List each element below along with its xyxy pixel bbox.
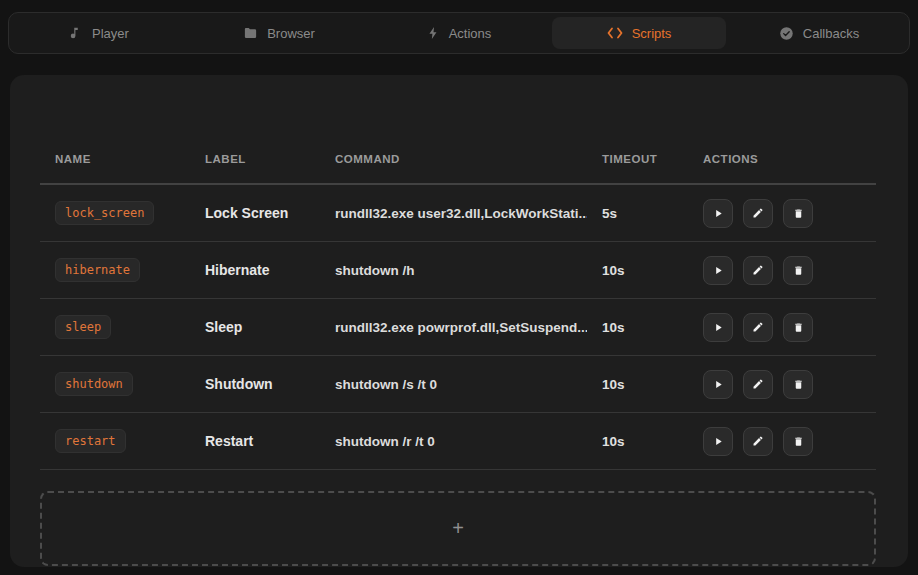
script-timeout: 10s xyxy=(587,434,688,449)
plus-icon: + xyxy=(452,517,464,540)
script-name-badge: restart xyxy=(55,429,126,453)
table-header-row: NAME LABEL COMMAND TIMEOUT ACTIONS xyxy=(40,135,876,185)
script-timeout: 10s xyxy=(587,320,688,335)
delete-script-button[interactable] xyxy=(783,427,813,456)
folder-icon xyxy=(243,26,258,41)
top-tab-bar: Player Browser Actions Scripts Callbacks xyxy=(8,12,910,54)
pencil-icon xyxy=(752,321,764,333)
tab-label: Callbacks xyxy=(803,26,859,41)
edit-script-button[interactable] xyxy=(743,199,773,228)
column-header-label: LABEL xyxy=(190,153,320,165)
play-icon xyxy=(713,322,724,333)
script-name-badge: sleep xyxy=(55,315,111,339)
script-timeout: 10s xyxy=(587,377,688,392)
trash-icon xyxy=(793,435,804,448)
script-command: shutdown /h xyxy=(320,263,587,278)
pencil-icon xyxy=(752,378,764,390)
run-script-button[interactable] xyxy=(703,199,733,228)
run-script-button[interactable] xyxy=(703,313,733,342)
table-row: sleep Sleep rundll32.exe powrprof.dll,Se… xyxy=(40,299,876,356)
column-header-timeout: TIMEOUT xyxy=(587,153,688,165)
pencil-icon xyxy=(752,207,764,219)
play-icon xyxy=(713,436,724,447)
tab-scripts[interactable]: Scripts xyxy=(552,17,726,49)
edit-script-button[interactable] xyxy=(743,256,773,285)
edit-script-button[interactable] xyxy=(743,313,773,342)
script-command: rundll32.exe powrprof.dll,SetSuspend... xyxy=(320,320,587,335)
play-icon xyxy=(713,265,724,276)
table-row: restart Restart shutdown /r /t 0 10s xyxy=(40,413,876,470)
script-label: Lock Screen xyxy=(190,205,320,221)
delete-script-button[interactable] xyxy=(783,313,813,342)
tab-label: Player xyxy=(92,26,129,41)
scripts-table: NAME LABEL COMMAND TIMEOUT ACTIONS lock_… xyxy=(40,135,876,470)
delete-script-button[interactable] xyxy=(783,256,813,285)
column-header-command: COMMAND xyxy=(320,153,587,165)
pencil-icon xyxy=(752,435,764,447)
script-label: Restart xyxy=(190,433,320,449)
table-row: shutdown Shutdown shutdown /s /t 0 10s xyxy=(40,356,876,413)
delete-script-button[interactable] xyxy=(783,199,813,228)
run-script-button[interactable] xyxy=(703,427,733,456)
bolt-icon xyxy=(427,26,440,40)
script-label: Shutdown xyxy=(190,376,320,392)
column-header-name: NAME xyxy=(40,153,190,165)
music-note-icon xyxy=(69,26,83,40)
run-script-button[interactable] xyxy=(703,370,733,399)
pencil-icon xyxy=(752,264,764,276)
table-body: lock_screen Lock Screen rundll32.exe use… xyxy=(40,185,876,470)
tab-label: Actions xyxy=(449,26,492,41)
scripts-panel: NAME LABEL COMMAND TIMEOUT ACTIONS lock_… xyxy=(10,75,908,567)
edit-script-button[interactable] xyxy=(743,370,773,399)
delete-script-button[interactable] xyxy=(783,370,813,399)
tab-label: Browser xyxy=(267,26,315,41)
tab-label: Scripts xyxy=(632,26,672,41)
edit-script-button[interactable] xyxy=(743,427,773,456)
trash-icon xyxy=(793,207,804,220)
tab-callbacks[interactable]: Callbacks xyxy=(732,17,906,49)
check-circle-icon xyxy=(779,26,794,41)
column-header-actions: ACTIONS xyxy=(688,153,876,165)
tab-actions[interactable]: Actions xyxy=(372,17,546,49)
run-script-button[interactable] xyxy=(703,256,733,285)
add-script-button[interactable]: + xyxy=(40,491,876,566)
trash-icon xyxy=(793,378,804,391)
trash-icon xyxy=(793,321,804,334)
script-command: shutdown /r /t 0 xyxy=(320,434,587,449)
code-icon xyxy=(607,27,623,39)
trash-icon xyxy=(793,264,804,277)
table-row: lock_screen Lock Screen rundll32.exe use… xyxy=(40,185,876,242)
script-name-badge: lock_screen xyxy=(55,201,154,225)
tab-player[interactable]: Player xyxy=(12,17,186,49)
table-row: hibernate Hibernate shutdown /h 10s xyxy=(40,242,876,299)
tab-browser[interactable]: Browser xyxy=(192,17,366,49)
script-name-badge: hibernate xyxy=(55,258,140,282)
script-timeout: 10s xyxy=(587,263,688,278)
script-label: Sleep xyxy=(190,319,320,335)
script-timeout: 5s xyxy=(587,206,688,221)
script-command: rundll32.exe user32.dll,LockWorkStati... xyxy=(320,206,587,221)
play-icon xyxy=(713,208,724,219)
script-name-badge: shutdown xyxy=(55,372,133,396)
play-icon xyxy=(713,379,724,390)
script-command: shutdown /s /t 0 xyxy=(320,377,587,392)
script-label: Hibernate xyxy=(190,262,320,278)
